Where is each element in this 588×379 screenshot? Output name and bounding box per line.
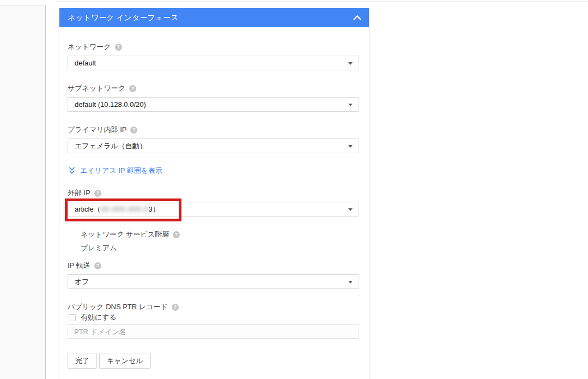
help-icon[interactable]: ? xyxy=(94,262,101,269)
help-icon[interactable]: ? xyxy=(129,85,136,92)
chevron-up-icon[interactable] xyxy=(353,14,362,22)
caret-down-icon xyxy=(348,145,353,148)
field-network-service-tier: ネットワーク サービス階層 ? プレミアム xyxy=(81,230,360,252)
show-alias-ip-range-link[interactable]: エイリアス IP 範囲を表示 xyxy=(69,166,360,175)
caret-down-icon xyxy=(348,62,353,65)
caret-down-icon xyxy=(348,104,353,106)
network-select[interactable]: default xyxy=(68,56,359,70)
field-network: ネットワーク ? default xyxy=(68,43,360,70)
help-icon[interactable]: ? xyxy=(115,44,122,51)
public-dns-ptr-label: パブリック DNS PTR レコード ? xyxy=(68,303,360,311)
help-icon[interactable]: ? xyxy=(172,304,179,311)
caret-down-icon xyxy=(348,281,353,284)
network-service-tier-value: プレミアム xyxy=(81,244,360,252)
ip-forwarding-label: IP 転送 ? xyxy=(68,261,360,270)
ptr-domain-input[interactable] xyxy=(68,324,359,339)
double-chevron-down-icon xyxy=(69,167,75,175)
external-ip-select[interactable]: article（00.000.000.03） xyxy=(68,202,359,216)
subnetwork-select[interactable]: default (10.128.0.0/20) xyxy=(68,97,359,112)
enable-ptr-checkbox-row[interactable]: 有効にする xyxy=(69,313,360,322)
network-label: ネットワーク ? xyxy=(68,43,360,51)
done-button[interactable]: 完了 xyxy=(68,353,97,369)
ip-forwarding-select[interactable]: オフ xyxy=(68,274,359,289)
caret-down-icon xyxy=(348,208,353,211)
field-primary-internal-ip: プライマリ内部 IP ? エフェメラル（自動） xyxy=(68,125,360,153)
network-service-tier-label: ネットワーク サービス階層 ? xyxy=(81,230,360,239)
page-top-divider xyxy=(56,2,588,2)
left-side-panel xyxy=(0,5,46,379)
enable-ptr-checkbox-label: 有効にする xyxy=(81,313,117,322)
primary-internal-ip-select[interactable]: エフェメラル（自動） xyxy=(68,139,359,153)
help-icon[interactable]: ? xyxy=(130,127,137,134)
external-ip-label: 外部 IP ? xyxy=(68,189,360,197)
button-row: 完了 キャンセル xyxy=(68,353,360,369)
network-interface-card: ネットワーク インターフェース ネットワーク ? default サブネットワー… xyxy=(59,8,369,379)
card-body: ネットワーク ? default サブネットワーク ? default (10.… xyxy=(59,27,369,369)
help-icon[interactable]: ? xyxy=(94,190,101,197)
help-icon[interactable]: ? xyxy=(173,231,180,238)
field-ip-forwarding: IP 転送 ? オフ xyxy=(68,261,360,289)
primary-internal-ip-label: プライマリ内部 IP ? xyxy=(68,125,360,134)
network-interface-header[interactable]: ネットワーク インターフェース xyxy=(59,8,369,27)
cancel-button[interactable]: キャンセル xyxy=(99,353,151,369)
card-title: ネットワーク インターフェース xyxy=(68,13,179,23)
masked-ip-address: 00.000.000.0 xyxy=(101,205,149,213)
field-subnetwork: サブネットワーク ? default (10.128.0.0/20) xyxy=(68,84,360,112)
enable-ptr-checkbox[interactable] xyxy=(69,314,76,321)
subnetwork-label: サブネットワーク ? xyxy=(68,84,360,93)
field-external-ip: 外部 IP ? article（00.000.000.03） xyxy=(68,189,360,216)
field-public-dns-ptr: パブリック DNS PTR レコード ? 有効にする xyxy=(68,303,360,339)
